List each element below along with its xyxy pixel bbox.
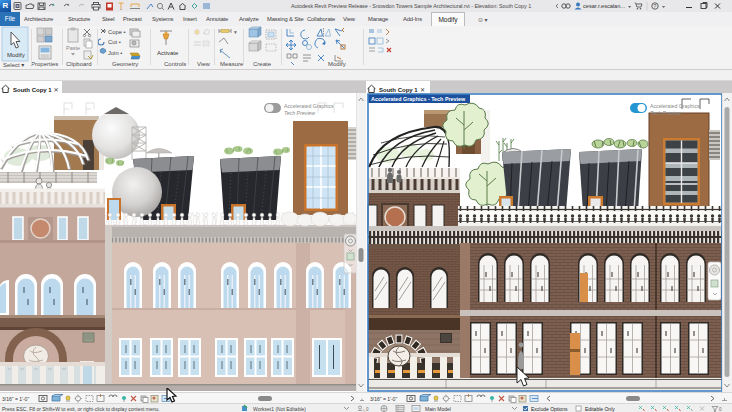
svg-text:Cope •: Cope • bbox=[108, 29, 126, 35]
svg-text:Activate: Activate bbox=[157, 50, 179, 56]
svg-text:Tech Preview: Tech Preview bbox=[650, 110, 682, 116]
svg-text:Join •: Join • bbox=[108, 50, 122, 56]
svg-text:Modify: Modify bbox=[7, 52, 25, 58]
svg-text:South Copy 1: South Copy 1 bbox=[13, 87, 52, 93]
svg-text:South Copy 1: South Copy 1 bbox=[379, 87, 418, 93]
svg-text:Paste: Paste bbox=[66, 45, 80, 51]
svg-text:Accelerated Graphics: Accelerated Graphics bbox=[650, 103, 700, 109]
svg-text:0: 0 bbox=[719, 407, 722, 412]
svg-text:✕: ✕ bbox=[420, 87, 425, 93]
svg-text:Cut •: Cut • bbox=[108, 39, 121, 45]
svg-text:0: 0 bbox=[366, 407, 369, 412]
svg-text:Accelerated Graphics - Tech Pr: Accelerated Graphics - Tech Preview bbox=[371, 96, 466, 102]
svg-text:cesar.r.escalan...: cesar.r.escalan... bbox=[583, 3, 625, 9]
svg-text:▾: ▾ bbox=[234, 29, 237, 35]
svg-text:?: ? bbox=[653, 3, 656, 9]
svg-text:Tech Preview: Tech Preview bbox=[284, 110, 316, 116]
svg-text:Accelerated Graphics: Accelerated Graphics bbox=[284, 103, 334, 109]
svg-text:✕: ✕ bbox=[54, 87, 59, 93]
